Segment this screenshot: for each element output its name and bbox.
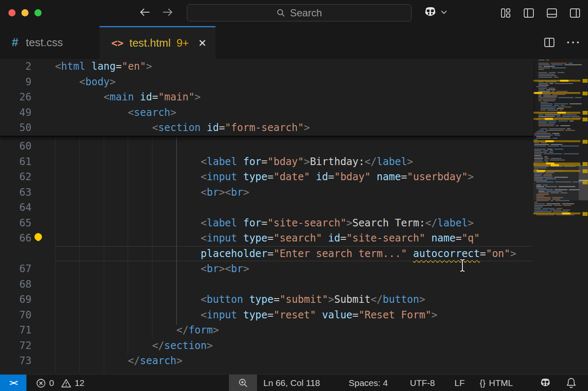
split-editor-icon[interactable] (544, 37, 555, 48)
tab-test-css[interactable]: # test.css (0, 26, 100, 59)
remote-indicator[interactable]: >< (0, 375, 26, 391)
code-line-67[interactable]: 67 <br><br> (0, 261, 533, 277)
line-number: 69 (0, 292, 32, 307)
code-token: br (207, 263, 219, 275)
code-token (134, 91, 140, 103)
tab-test-html[interactable]: <> test.html 9+ ✕ (100, 26, 215, 59)
glyph-margin (32, 292, 55, 307)
code-line-9[interactable]: 9 <body> (0, 74, 533, 90)
code-token: section (164, 340, 207, 352)
lightbulb-icon[interactable] (32, 231, 55, 246)
toggle-primary-sidebar-icon[interactable] (523, 8, 534, 18)
css-file-icon: # (12, 36, 18, 49)
problems-status[interactable]: 0 12 (36, 375, 84, 391)
code-token: button (383, 294, 419, 305)
code-line-50[interactable]: 50 <section id="form-search"> (0, 120, 533, 136)
search-placeholder: Search (290, 7, 322, 19)
code-line-2[interactable]: 2<html lang="en"> (0, 59, 533, 74)
minimize-window-button[interactable] (21, 9, 29, 16)
code-token: > (194, 91, 200, 103)
code-text: <input type="reset" value="Reset Form"> (55, 307, 437, 323)
code-token: "en" (122, 60, 146, 72)
code-token: = (261, 217, 267, 229)
code-token: > (468, 171, 474, 183)
code-token: type (243, 309, 268, 321)
copilot-icon[interactable] (423, 6, 437, 18)
notifications-bell-icon[interactable] (566, 375, 576, 391)
editor-area[interactable]: 6061 <label for="bday">Birthday:</label>… (0, 59, 588, 374)
code-text: <search> (55, 105, 176, 121)
toggle-secondary-sidebar-icon[interactable] (570, 8, 580, 18)
code-line-63[interactable]: 63 <br><br> (0, 185, 533, 200)
code-token: < (104, 91, 110, 103)
copilot-status-icon[interactable] (539, 375, 551, 391)
language-mode-status[interactable]: {} HTML (480, 375, 513, 391)
code-line-71[interactable]: 71 </form> (0, 323, 533, 338)
code-token: > (468, 217, 474, 229)
chevron-down-icon[interactable] (441, 10, 447, 15)
code-token: < (201, 309, 207, 321)
code-token: < (201, 156, 207, 168)
html-file-icon: <> (111, 37, 123, 49)
code-token: id (207, 122, 219, 134)
glyph-margin (32, 200, 55, 215)
code-token: "on" (486, 248, 510, 260)
code-line-72[interactable]: 72 </section> (0, 338, 533, 354)
glyph-margin (32, 105, 55, 121)
eol-status[interactable]: LF (454, 375, 465, 391)
command-center-search[interactable]: Search (187, 4, 412, 21)
code-line-69[interactable]: 69 <button type="submit">Submit</button> (0, 292, 533, 307)
code-text: <label for="site-search">Search Term:</l… (55, 215, 474, 231)
code-text: <body> (55, 74, 116, 90)
code-token: main (110, 91, 134, 103)
code-text: <br><br> (55, 261, 249, 277)
glyph-margin (32, 261, 55, 277)
code-line-66[interactable]: 66 <input type="search" id="site-search"… (0, 231, 533, 246)
code-line-49[interactable]: 49 <search> (0, 105, 533, 121)
line-number: 68 (0, 277, 32, 292)
code-text: <section id="form-search"> (55, 120, 310, 136)
code-line-wrap[interactable]: placeholder="Enter search term..." autoc… (0, 246, 533, 262)
code-line-64[interactable]: 64 (0, 200, 533, 215)
code-token: for (243, 217, 261, 229)
code-token: Submit (334, 294, 371, 305)
code-token: label (437, 217, 467, 229)
code-token: form (189, 324, 213, 336)
glyph-margin (32, 307, 55, 323)
code-line-60[interactable]: 60 (0, 139, 533, 154)
code-line-62[interactable]: 62 <input type="date" id="bday" name="us… (0, 169, 533, 185)
close-tab-icon[interactable]: ✕ (198, 37, 207, 49)
braces-icon: {} (480, 378, 486, 388)
forward-icon[interactable] (161, 6, 174, 18)
overview-warning-mark (583, 111, 588, 115)
code-token (370, 171, 376, 183)
code-line-70[interactable]: 70 <input type="reset" value="Reset Form… (0, 307, 533, 323)
code-token (85, 60, 91, 72)
code-token: label (207, 217, 237, 229)
zoom-status-item[interactable] (229, 375, 257, 391)
code-token: </ (370, 294, 383, 305)
code-token (316, 309, 322, 321)
code-token (407, 248, 413, 260)
cursor-position-status[interactable]: Ln 66, Col 118 (263, 375, 320, 391)
code-token: type (249, 294, 273, 305)
indentation-status[interactable]: Spaces: 4 (349, 375, 388, 391)
more-actions-icon[interactable]: ··· (567, 36, 581, 49)
code-line-26[interactable]: 26 <main id="main"> (0, 89, 533, 105)
code-line-61[interactable]: 61 <label for="bday">Birthday:</label> (0, 154, 533, 170)
glyph-margin (32, 154, 55, 170)
code-token: br (207, 186, 219, 198)
code-line-65[interactable]: 65 <label for="site-search">Search Term:… (0, 215, 533, 231)
close-window-button[interactable] (8, 9, 16, 16)
code-viewport: 6061 <label for="bday">Birthday:</label>… (0, 136, 533, 369)
toggle-panel-icon[interactable] (546, 8, 557, 18)
code-token: "form-search" (225, 122, 304, 134)
code-line-68[interactable]: 68 (0, 277, 533, 292)
code-token: > (419, 294, 425, 305)
customize-layout-icon[interactable] (500, 8, 511, 18)
encoding-status[interactable]: UTF-8 (410, 375, 435, 391)
maximize-window-button[interactable] (34, 9, 42, 16)
code-token: = (268, 232, 273, 244)
code-line-73[interactable]: 73 </search> (0, 353, 533, 369)
back-icon[interactable] (139, 6, 151, 18)
